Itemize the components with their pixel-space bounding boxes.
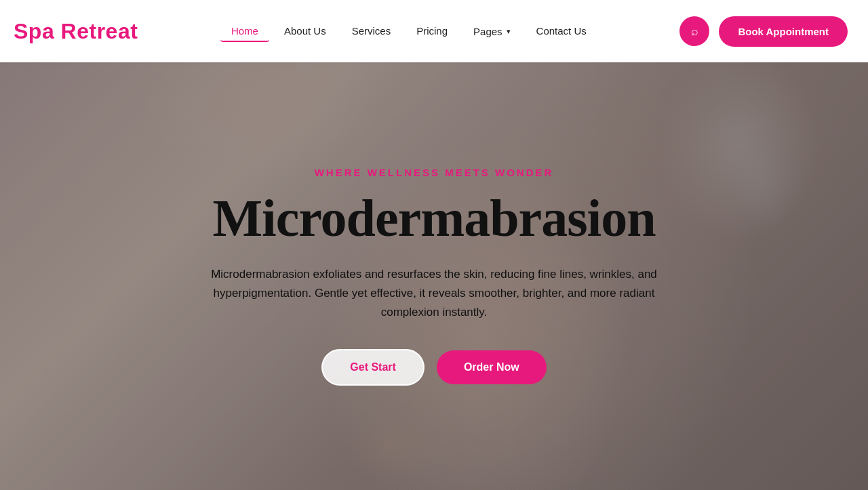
nav-link-pages[interactable]: Pages ▾: [462, 20, 521, 43]
hero-description: Microdermabrasion exfoliates and resurfa…: [203, 265, 665, 322]
nav-item-contact[interactable]: Contact Us: [526, 25, 597, 37]
nav-link-contact[interactable]: Contact Us: [526, 20, 597, 42]
nav-item-home[interactable]: Home: [220, 25, 269, 37]
nav-item-services[interactable]: Services: [341, 25, 402, 37]
chevron-down-icon: ▾: [507, 27, 511, 36]
navbar: Spa Retreat Home About Us Services Prici…: [0, 0, 868, 62]
search-icon: ⌕: [691, 24, 698, 39]
hero-buttons: Get Start Order Now: [321, 349, 546, 386]
nav-item-pricing[interactable]: Pricing: [406, 25, 458, 37]
nav-actions: ⌕ Book Appointment: [679, 16, 848, 47]
nav-link-pricing[interactable]: Pricing: [406, 20, 458, 42]
nav-item-pages[interactable]: Pages ▾: [462, 20, 521, 43]
get-start-button[interactable]: Get Start: [321, 349, 425, 386]
order-now-button[interactable]: Order Now: [437, 350, 547, 384]
nav-item-about[interactable]: About Us: [273, 25, 337, 37]
book-appointment-button[interactable]: Book Appointment: [719, 16, 848, 47]
hero-title: Microdermabrasion: [212, 190, 655, 246]
hero-content: WHERE WELLNESS MEETS WONDER Microdermabr…: [0, 62, 868, 490]
nav-link-home[interactable]: Home: [220, 20, 269, 42]
nav-link-services[interactable]: Services: [341, 20, 402, 42]
nav-link-about[interactable]: About Us: [273, 20, 337, 42]
search-button[interactable]: ⌕: [679, 16, 709, 46]
brand-logo[interactable]: Spa Retreat: [14, 19, 138, 44]
nav-links: Home About Us Services Pricing Pages ▾ C…: [220, 20, 597, 43]
hero-subtitle: WHERE WELLNESS MEETS WONDER: [315, 167, 554, 178]
